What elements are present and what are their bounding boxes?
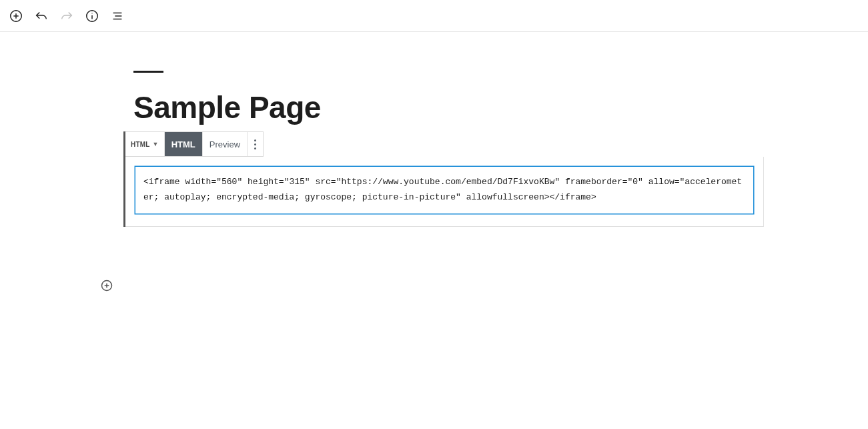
more-vertical-icon (254, 139, 256, 149)
tab-preview[interactable]: Preview (203, 132, 248, 156)
page-title[interactable]: Sample Page (133, 91, 764, 123)
outline-button[interactable] (105, 4, 129, 28)
block-type-selector[interactable]: HTML ▼ (125, 132, 165, 156)
html-block: HTML ▼ HTML Preview (123, 131, 764, 227)
tab-html[interactable]: HTML (165, 132, 203, 156)
editor-top-toolbar (0, 0, 868, 32)
block-toolbar: HTML ▼ HTML Preview (125, 131, 264, 157)
add-block-button[interactable] (4, 4, 28, 28)
info-button[interactable] (80, 4, 104, 28)
editor-canvas: Sample Page HTML ▼ HTML Preview (0, 32, 868, 227)
block-type-label: HTML (131, 141, 150, 148)
add-block-inserter[interactable] (99, 278, 115, 294)
undo-button[interactable] (29, 4, 53, 28)
title-divider (133, 71, 163, 73)
chevron-down-icon: ▼ (153, 141, 159, 147)
svg-point-5 (91, 13, 92, 13)
title-block[interactable]: Sample Page (123, 71, 764, 123)
redo-button[interactable] (55, 4, 79, 28)
html-block-body (125, 157, 764, 227)
html-code-textarea[interactable] (135, 166, 754, 214)
block-more-button[interactable] (248, 132, 263, 156)
